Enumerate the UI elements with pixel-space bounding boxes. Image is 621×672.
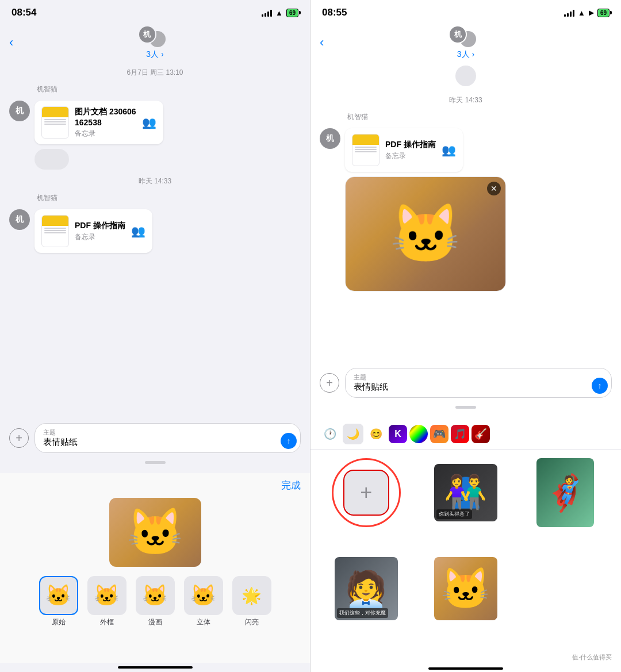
left-variant-comic[interactable]: 🐱 漫画 [136, 576, 175, 627]
right-add-sticker-button[interactable]: + [343, 470, 389, 516]
left-file-icon-lines-2 [42, 226, 68, 247]
right-group-avatars: 机 [448, 25, 483, 48]
right-toolbar-app-music[interactable]: 🎵 [451, 425, 469, 443]
right-file-icon-1 [352, 134, 379, 166]
right-battery: 69 [597, 9, 610, 17]
file-line [44, 121, 66, 122]
right-sticker-cell-man[interactable]: 🧑‍💼 我们这些，对你充魔 [316, 551, 416, 626]
left-nav-center: 机 3人 › [138, 25, 172, 60]
right-msg-sender-1: 机智猫 [347, 112, 612, 122]
right-sticker-cell-people[interactable]: 👫 你到头得意了 [416, 455, 515, 530]
file-line [44, 124, 66, 125]
left-group-members[interactable]: 3人 › [146, 49, 163, 60]
left-signal-icon [262, 9, 272, 17]
right-sticker-people-emoji: 👫 [444, 473, 487, 513]
left-topic-label: 主题 [43, 428, 277, 437]
right-toolbar-app-k[interactable]: K [389, 425, 407, 443]
right-cat-emoji-preview: 🐱 [390, 200, 462, 268]
left-variant-thumb-comic[interactable]: 🐱 [136, 576, 175, 615]
left-file-icon-2 [41, 215, 69, 247]
right-sticker-hero-emoji: 🦸 [544, 473, 587, 513]
left-variant-cat-original: 🐱 [45, 583, 71, 608]
left-panel: 08:54 ▲ 69 ‹ 机 3人 › 6月7日 周三 13:1 [0, 0, 310, 672]
left-msg-row-2: 机 PDF 操作指南 备忘录 👥 [9, 209, 301, 253]
right-input-text[interactable]: 表情贴纸 [354, 382, 588, 393]
right-text-input-wrap[interactable]: 主题 表情贴纸 ↑ [345, 368, 612, 398]
left-variant-label-frame: 外框 [100, 617, 114, 627]
right-watermark-text: 值·什么值得买 [572, 654, 612, 661]
left-timestamp-2: 昨天 14:33 [9, 176, 301, 186]
right-add-button[interactable]: + [320, 373, 339, 393]
right-toolbar-app-circle[interactable] [409, 425, 428, 443]
right-toolbar-emoji-icon[interactable]: 😊 [366, 424, 386, 444]
left-variant-thumb-original[interactable]: 🐱 [39, 576, 78, 615]
right-sticker-cell-cat2[interactable]: 🐱 [416, 551, 515, 626]
right-toolbar-app-game1[interactable]: 🎮 [430, 425, 448, 443]
left-file-icon-top [42, 107, 68, 117]
left-file-icon-lines [42, 117, 68, 138]
left-input-text[interactable]: 表情贴纸 [43, 437, 277, 448]
left-done-btn[interactable]: 完成 [9, 479, 301, 492]
left-cat-emoji: 🐱 [126, 505, 184, 559]
left-text-input-wrap[interactable]: 主题 表情贴纸 ↑ [34, 423, 301, 453]
right-send-button[interactable]: ↑ [592, 378, 608, 394]
left-status-icons: ▲ 69 [262, 9, 298, 17]
right-home-indicator [428, 667, 503, 670]
right-close-preview-button[interactable]: ✕ [487, 182, 501, 195]
right-sticker-cat-img: 🐱 [434, 557, 497, 620]
left-variant-thumb-3d[interactable]: 🐱 [184, 576, 223, 615]
file-line [355, 147, 377, 148]
right-sticker-cell-hero[interactable]: 🦸 [516, 455, 615, 530]
left-home-indicator [118, 666, 193, 669]
left-file-bubble-1[interactable]: 图片文档 230606162538 备忘录 👥 [34, 101, 163, 144]
left-file-share-icon-1: 👥 [142, 116, 156, 129]
right-sticker-toolbar: 🕐 🌙 😊 K 🎮 🎵 🎸 [310, 418, 621, 450]
left-back-button[interactable]: ‹ [9, 35, 13, 50]
left-status-bar: 08:54 ▲ 69 [0, 0, 310, 25]
right-sticker-panel: 🕐 🌙 😊 K 🎮 🎵 🎸 + 👫 你到头得意了 [310, 418, 621, 665]
left-variant-shine[interactable]: 🌟 闪亮 [232, 576, 271, 627]
left-file-subtitle-1: 备忘录 [75, 129, 136, 139]
right-back-button[interactable]: ‹ [320, 35, 324, 50]
right-avatar-primary: 机 [448, 25, 467, 44]
right-nav-bar: ‹ 机 3人 › [310, 25, 621, 60]
file-line [355, 149, 377, 150]
left-timestamp-1: 6月7日 周三 13:10 [9, 68, 301, 78]
left-sticker-panel: 完成 🐱 🐱 原始 🐱 外框 🐱 [0, 473, 310, 663]
right-chat-area: 昨天 14:33 机智猫 机 PDF 操作指南 备忘录 👥 [310, 60, 621, 362]
right-watermark: 值·什么值得买 [310, 653, 621, 665]
file-line [355, 151, 377, 152]
right-status-icons: ▲ ▶ 69 [564, 9, 610, 17]
left-msg-avatar-1: 机 [9, 101, 30, 121]
right-sticker-cell-add: + [316, 455, 416, 530]
left-file-icon-top-2 [42, 216, 68, 226]
left-variant-original[interactable]: 🐱 原始 [39, 576, 78, 627]
left-variant-3d[interactable]: 🐱 立体 [184, 576, 223, 627]
right-group-members[interactable]: 3人 › [457, 49, 474, 60]
left-variant-thumb-shine[interactable]: 🌟 [232, 576, 271, 615]
left-variant-thumb-frame[interactable]: 🐱 [87, 576, 126, 615]
right-file-icon-top [352, 135, 379, 145]
left-variant-label-original: 原始 [52, 617, 66, 627]
left-variant-cat-shine: 🌟 [241, 586, 262, 605]
left-variant-label-comic: 漫画 [148, 617, 162, 627]
left-file-bubble-2[interactable]: PDF 操作指南 备忘录 👥 [34, 209, 152, 253]
right-sticker-cell-empty [516, 551, 615, 626]
right-nav-center: 机 3人 › [448, 25, 483, 60]
file-line [44, 119, 66, 120]
right-file-bubble-1[interactable]: PDF 操作指南 备忘录 👥 [345, 128, 463, 172]
right-sticker-man-img: 🧑‍💼 我们这些，对你充魔 [335, 557, 398, 620]
left-add-button[interactable]: + [9, 428, 29, 448]
left-file-info-1: 图片文档 230606162538 备忘录 [75, 106, 136, 138]
left-send-button[interactable]: ↑ [281, 433, 297, 449]
left-file-name-1: 图片文档 230606162538 [75, 106, 136, 127]
file-line [44, 230, 66, 231]
right-input-area: + 主题 表情贴纸 ↑ [310, 362, 621, 418]
left-variant-frame[interactable]: 🐱 外框 [87, 576, 126, 627]
left-variant-label-shine: 闪亮 [245, 617, 259, 627]
right-toolbar-recent-icon[interactable]: 🕐 [320, 424, 340, 444]
right-toolbar-app-guitar[interactable]: 🎸 [471, 425, 490, 443]
left-cat-main-img: 🐱 [109, 498, 201, 567]
right-toolbar-sticker-icon[interactable]: 🌙 [343, 424, 363, 444]
left-variant-cat-frame: 🐱 [94, 583, 120, 608]
